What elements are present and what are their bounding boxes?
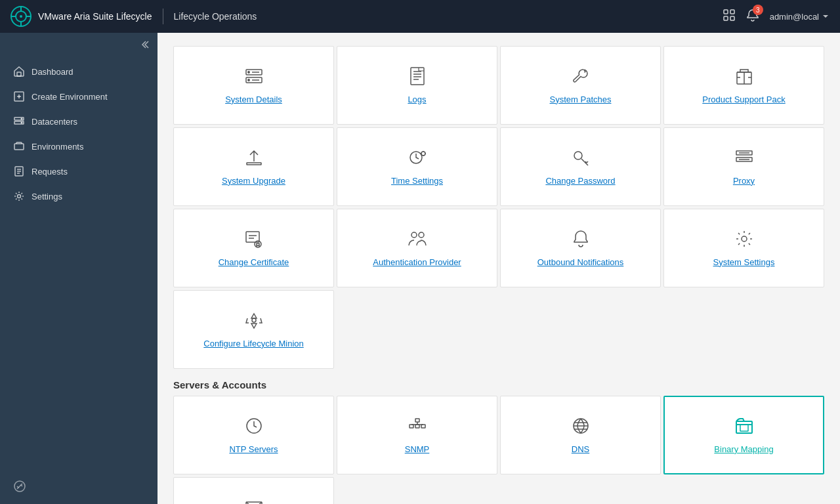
user-name-label: admin@local [770, 12, 819, 22]
wrench-icon [570, 66, 591, 87]
sidebar-item-dashboard[interactable]: Dashboard [0, 59, 158, 84]
svg-point-18 [21, 122, 22, 123]
empty-tile-3 [663, 290, 824, 369]
datacenters-icon [13, 116, 25, 127]
requests-icon [13, 165, 25, 177]
tile-system-patches-label: System Patches [550, 94, 612, 106]
tile-dns[interactable]: DNS [500, 396, 661, 474]
tile-system-details-label: System Details [225, 94, 282, 106]
notification-badge: 3 [753, 5, 763, 15]
tile-snmp[interactable]: SNMP [337, 396, 497, 474]
sidebar-nav-list: Dashboard Create Environment [0, 56, 158, 211]
tile-change-password[interactable]: Change Password [500, 127, 661, 206]
empty-more-tile-2 [500, 477, 661, 504]
svg-rect-11 [17, 72, 21, 76]
tile-ntp-servers-label: NTP Servers [229, 444, 278, 455]
header-divider [163, 9, 163, 24]
svg-point-56 [742, 236, 747, 242]
sidebar-item-settings[interactable]: Settings [0, 184, 158, 209]
home-icon [13, 66, 25, 77]
mail-icon [243, 497, 264, 504]
vmware-logo-icon [10, 6, 32, 27]
empty-tile-1 [337, 290, 497, 369]
gear-icon [734, 228, 755, 249]
tile-logs[interactable]: Logs [337, 46, 497, 125]
tile-system-settings-label: System Settings [713, 257, 775, 268]
svg-rect-7 [724, 10, 728, 14]
certificate-icon [243, 228, 264, 249]
minion-tiles-row: Configure Lifecycle Minion [173, 290, 824, 369]
svg-point-29 [247, 71, 249, 72]
sidebar-item-datacenters[interactable]: Datacenters [0, 109, 158, 134]
system-tiles-row: System Details Logs [173, 46, 824, 125]
folder-icon [734, 415, 755, 436]
tile-dns-label: DNS [572, 444, 589, 455]
sidebar-item-requests[interactable]: Requests [0, 159, 158, 184]
main-content: System Details Logs [158, 33, 840, 504]
notification-bell[interactable]: 3 [746, 9, 759, 24]
svg-rect-33 [411, 68, 424, 85]
tile-email[interactable]: Email [173, 477, 334, 504]
sidebar-bottom-icon[interactable] [0, 472, 158, 504]
svg-point-54 [411, 232, 417, 238]
sidebar-dashboard-label: Dashboard [32, 67, 74, 77]
tile-system-patches[interactable]: System Patches [500, 46, 661, 125]
globe-network-icon [570, 415, 591, 436]
tile-binary-mapping[interactable]: Binary Mapping [663, 396, 824, 474]
config-tiles-row: System Upgrade Time Settings [173, 127, 824, 206]
svg-rect-19 [14, 144, 24, 150]
app-body: Dashboard Create Environment [0, 33, 840, 504]
tile-change-password-label: Change Password [545, 176, 615, 187]
settings-icon [13, 190, 25, 202]
grid-apps-icon[interactable] [723, 9, 736, 25]
user-menu[interactable]: admin@local [770, 12, 830, 22]
section-name-label: Lifecycle Operations [174, 11, 257, 22]
sidebar-item-environments[interactable]: Environments [0, 134, 158, 159]
empty-tile-2 [500, 290, 661, 369]
app-name-label: VMware Aria Suite Lifecycle [38, 11, 152, 22]
clock-icon [243, 415, 264, 436]
tile-system-details[interactable]: System Details [173, 46, 334, 125]
tile-proxy-label: Proxy [733, 176, 755, 187]
tile-time-settings[interactable]: Time Settings [337, 127, 497, 206]
sidebar-item-create-environment[interactable]: Create Environment [0, 84, 158, 109]
header-logo: VMware Aria Suite Lifecycle [10, 6, 152, 27]
plus-square-icon [13, 91, 25, 102]
key-icon [570, 147, 591, 168]
tile-authentication-provider-label: Authentication Provider [373, 257, 461, 268]
clock-gear-icon [407, 147, 428, 168]
tile-outbound-notifications[interactable]: Outbound Notifications [500, 209, 661, 287]
tile-configure-lifecycle-minion[interactable]: Configure Lifecycle Minion [173, 290, 334, 369]
svg-rect-8 [730, 10, 734, 14]
proxy-icon [734, 147, 755, 168]
svg-point-55 [419, 232, 424, 238]
server-icon [243, 66, 264, 87]
tile-proxy[interactable]: Proxy [663, 127, 824, 206]
tile-system-settings[interactable]: System Settings [663, 209, 824, 287]
svg-point-30 [247, 79, 249, 80]
empty-more-tile-1 [337, 477, 497, 504]
tile-change-certificate[interactable]: Change Certificate [173, 209, 334, 287]
sidebar-collapse-button[interactable] [139, 39, 150, 52]
tile-configure-lifecycle-minion-label: Configure Lifecycle Minion [203, 339, 303, 350]
tile-system-upgrade[interactable]: System Upgrade [173, 127, 334, 206]
svg-point-2 [20, 15, 22, 18]
svg-rect-9 [724, 16, 728, 20]
sidebar-environments-label: Environments [32, 142, 83, 152]
sidebar-datacenters-label: Datacenters [32, 117, 77, 127]
upload-icon [243, 147, 264, 168]
tile-authentication-provider[interactable]: Authentication Provider [337, 209, 497, 287]
tile-snmp-label: SNMP [405, 444, 430, 455]
tile-ntp-servers[interactable]: NTP Servers [173, 396, 334, 474]
tile-product-support-pack[interactable]: Product Support Pack [663, 46, 824, 125]
svg-point-45 [574, 152, 582, 159]
more-tiles-row: Email [173, 477, 824, 504]
network-icon [407, 415, 428, 436]
sidebar-create-env-label: Create Environment [32, 92, 108, 102]
svg-point-44 [421, 152, 425, 156]
admin-tiles-row: Change Certificate Authentication Provid… [173, 209, 824, 287]
svg-rect-42 [247, 163, 261, 165]
svg-line-26 [18, 485, 21, 488]
header-right: 3 admin@local [723, 9, 830, 25]
tile-outbound-notifications-label: Outbound Notifications [537, 257, 624, 268]
